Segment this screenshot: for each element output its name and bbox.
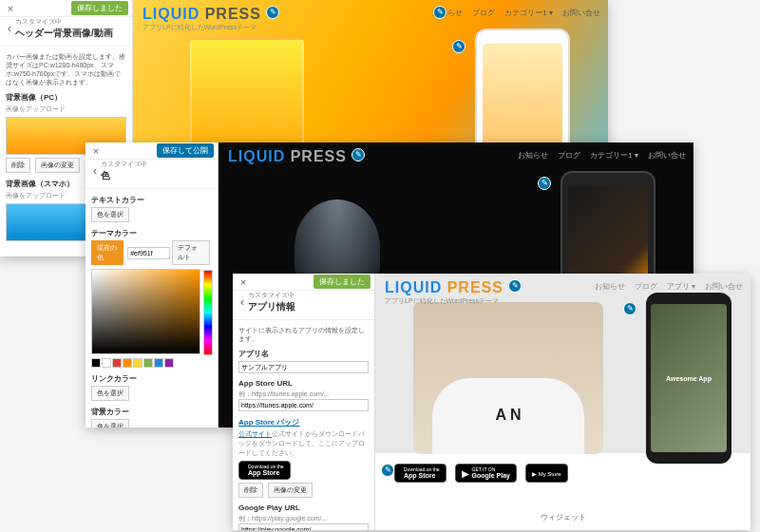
delete-button[interactable]: 削除	[238, 483, 263, 498]
mystore-badge[interactable]: ▶ My Store	[525, 464, 568, 483]
select-color-button[interactable]: 色を選択	[91, 386, 129, 401]
gplay-url-input[interactable]	[238, 523, 369, 530]
nav-blog[interactable]: ブログ	[472, 8, 495, 18]
hero-image	[413, 302, 603, 454]
upload-hint: 画像をアップロード	[6, 104, 126, 114]
edit-shortcut-icon[interactable]	[623, 302, 636, 315]
widget-label: ウィジェット	[541, 512, 586, 522]
label-bg-pc: 背景画像（PC）	[6, 92, 126, 103]
section-title: アプリ情報	[248, 300, 370, 314]
close-button[interactable]: ×	[4, 2, 17, 15]
edit-shortcut-icon[interactable]	[433, 6, 446, 19]
swatch-row	[91, 358, 212, 368]
label-app-name: アプリ名	[238, 349, 369, 359]
label-bg-color: 背景カラー	[91, 407, 212, 417]
tagline: アプリLPに特化したWordPressテーマ	[385, 296, 499, 306]
preview: LIQUID PRESS アプリLPに特化したWordPressテーマ お知らせ…	[375, 274, 750, 530]
section-title: ヘッダー背景画像/動画	[15, 27, 128, 40]
nav-news[interactable]: お知らせ	[595, 281, 625, 292]
play-icon: ▶	[462, 468, 469, 479]
close-button[interactable]: ×	[237, 276, 250, 289]
nav-contact[interactable]: お問い合せ	[562, 8, 600, 18]
label-appstore-badge: App Store バッジ	[238, 417, 369, 428]
edit-shortcut-icon[interactable]	[508, 279, 522, 293]
select-color-button[interactable]: 色を選択	[91, 419, 129, 428]
appstore-url-hint: 例：https://itunes.apple.com/...	[238, 390, 369, 399]
swatch[interactable]	[102, 358, 111, 368]
swatch[interactable]	[91, 358, 101, 368]
label-theme-color: テーマカラー	[91, 228, 212, 238]
select-color-button[interactable]: 色を選択	[91, 207, 129, 222]
edit-shortcut-icon[interactable]	[352, 148, 365, 162]
nav-cat[interactable]: アプリ ▾	[667, 281, 695, 292]
swatch[interactable]	[133, 358, 142, 368]
phone-screen: Awesome App	[651, 304, 727, 452]
phone-mockup: Awesome App	[646, 293, 732, 464]
store-badges: Download on theApp Store ▶GET IT ONGoogl…	[394, 464, 571, 483]
edit-shortcut-icon[interactable]	[452, 40, 466, 53]
appstore-badge[interactable]: Download on theApp Store	[394, 464, 446, 483]
color-picker[interactable]	[91, 269, 200, 354]
app-name-input[interactable]	[238, 361, 369, 373]
default-button[interactable]: デフォルト	[172, 240, 210, 265]
section-desc: サイトに表示されるアプリの情報を設定します。	[238, 326, 369, 343]
edit-shortcut-icon[interactable]	[381, 464, 394, 477]
brand-logo: LIQUID PRESS	[385, 279, 504, 296]
appstore-url-input[interactable]	[238, 399, 369, 411]
label-link-color: リンクカラー	[91, 373, 212, 384]
swatch[interactable]	[112, 358, 122, 368]
nav-contact[interactable]: お問い合せ	[648, 150, 686, 161]
delete-button[interactable]: 削除	[6, 158, 30, 173]
nav-blog[interactable]: ブログ	[635, 281, 657, 292]
breadcrumb-sub: カスタマイズ中	[15, 17, 128, 27]
change-image-button[interactable]: 画像の変更	[35, 158, 80, 173]
nav: お知らせ ブログ アプリ ▾ お問い合せ	[595, 281, 743, 292]
edit-shortcut-icon[interactable]	[266, 6, 279, 19]
current-color-swatch[interactable]: 現在の色	[91, 240, 124, 265]
section-title: 色	[101, 169, 214, 182]
breadcrumb-sub: カスタマイズ中	[101, 160, 214, 169]
sidebar: × 保存しました ‹ カスタマイズ中 アプリ情報 サイトに表示されるアプリの情報…	[233, 274, 375, 530]
publish-button[interactable]: 保存して公開	[157, 143, 214, 158]
tagline: アプリLPに特化したWordPressテーマ	[142, 23, 256, 32]
badge-desc: 公式サイト公式サイトからダウンロードバッジをダウンロードして、ここにアップロード…	[238, 429, 369, 458]
edit-shortcut-icon[interactable]	[538, 177, 551, 190]
saved-button[interactable]: 保存しました	[71, 1, 128, 15]
nav-blog[interactable]: ブログ	[558, 150, 580, 161]
nav: お知らせ ブログ カテゴリー1 ▾ お問い合せ	[518, 150, 686, 161]
section-desc: カバー画像または動画を設定します。推奨サイズはPC:w1280-h480px、ス…	[6, 52, 126, 86]
back-button[interactable]: ‹	[89, 164, 101, 178]
hex-input[interactable]	[127, 247, 170, 259]
gplay-url-hint: 例：https://play.google.com/...	[238, 514, 369, 523]
sidebar: × 保存して公開 ‹ カスタマイズ中 色 テキストカラー 色を選択 テーマカラー…	[86, 142, 218, 428]
hue-slider[interactable]	[203, 270, 213, 355]
saved-button[interactable]: 保存しました	[314, 275, 370, 289]
back-button[interactable]: ‹	[237, 295, 248, 309]
label-gplay-url: Google Play URL	[238, 504, 369, 512]
label-appstore-url: App Store URL	[238, 379, 369, 388]
swatch[interactable]	[154, 358, 163, 368]
customizer-app-info: × 保存しました ‹ カスタマイズ中 アプリ情報 サイトに表示されるアプリの情報…	[233, 274, 750, 530]
change-image-button[interactable]: 画像の変更	[268, 483, 313, 498]
swatch[interactable]	[123, 358, 132, 368]
nav-cat[interactable]: カテゴリー1 ▾	[504, 8, 553, 18]
back-button[interactable]: ‹	[4, 22, 15, 35]
brand-logo: LIQUID PRESS	[142, 6, 261, 23]
nav-cat[interactable]: カテゴリー1 ▾	[590, 150, 638, 161]
nav: お知らせ ブログ カテゴリー1 ▾ お問い合せ	[432, 8, 600, 18]
swatch[interactable]	[164, 358, 174, 368]
appstore-badge-thumb[interactable]: Download on theApp Store	[238, 461, 291, 480]
nav-news[interactable]: お知らせ	[518, 150, 548, 161]
breadcrumb-sub: カスタマイズ中	[248, 291, 370, 300]
close-button[interactable]: ×	[89, 144, 103, 158]
nav-contact[interactable]: お問い合せ	[705, 281, 743, 292]
brand-logo: LIQUID PRESS	[228, 148, 347, 165]
swatch[interactable]	[143, 358, 153, 368]
label-text-color: テキストカラー	[91, 195, 212, 205]
googleplay-badge[interactable]: ▶GET IT ONGoogle Play	[455, 464, 517, 483]
